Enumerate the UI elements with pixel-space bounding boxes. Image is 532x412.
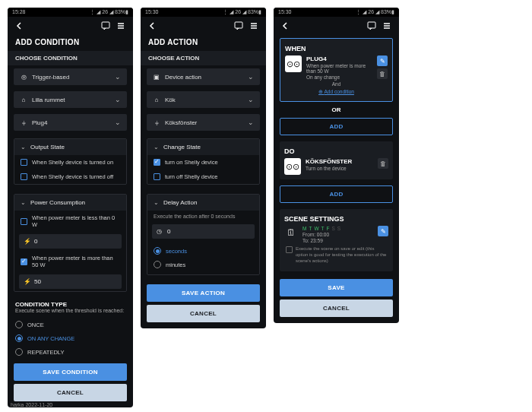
section-subtitle: Execute scene when the threshold is reac… bbox=[15, 308, 125, 313]
device-info: KÖKSFÖNSTER Turn on the device bbox=[306, 158, 373, 171]
chat-icon[interactable] bbox=[101, 21, 110, 30]
add-condition-link[interactable]: ⊕ Add condition bbox=[285, 88, 388, 97]
device-name: PLUG4 bbox=[306, 55, 372, 62]
checkbox[interactable] bbox=[21, 258, 27, 265]
checkbox-row[interactable]: When power meter is more than 50 W bbox=[14, 251, 126, 272]
section-header[interactable]: ⌄Output State bbox=[14, 139, 126, 155]
checkbox[interactable] bbox=[21, 159, 27, 166]
select-trigger-type[interactable]: ◎ Trigger-based ⌄ bbox=[14, 68, 127, 85]
svg-rect-4 bbox=[235, 22, 242, 28]
checkbox-row[interactable]: When Shelly device is turned on bbox=[14, 155, 126, 170]
home-icon: ⌂ bbox=[153, 96, 160, 103]
edit-button[interactable]: ✎ bbox=[377, 55, 388, 66]
cancel-button[interactable]: CANCEL bbox=[280, 299, 393, 317]
execute-note-text: Execute the scene on save or edit (this … bbox=[296, 246, 387, 264]
delay-action-section: ⌄Delay Action Execute the action after 0… bbox=[147, 194, 260, 275]
menu-icon[interactable] bbox=[116, 21, 125, 30]
top-actions bbox=[367, 21, 391, 30]
radio-on-any-change[interactable]: ON ANY CHANGE bbox=[8, 331, 133, 345]
chevron-down-icon: ⌄ bbox=[248, 73, 254, 81]
checkbox[interactable] bbox=[21, 218, 27, 225]
execute-on-save-row[interactable]: Execute the scene on save or edit (this … bbox=[284, 243, 388, 267]
section-header[interactable]: ⌄Delay Action bbox=[147, 195, 259, 211]
chat-icon[interactable] bbox=[367, 21, 376, 30]
delete-button[interactable]: 🗑 bbox=[377, 68, 388, 79]
when-card: WHEN ⊙⊙ PLUG4 When power meter is more t… bbox=[280, 38, 393, 102]
checkbox[interactable] bbox=[154, 173, 160, 180]
section-title: Output State bbox=[30, 144, 65, 151]
status-right: ⋮ ◢ 26 ◢ 83%▮ bbox=[90, 9, 128, 15]
day: T bbox=[309, 226, 312, 231]
bolt-icon: ⚡ bbox=[24, 278, 30, 285]
day: F bbox=[327, 226, 330, 231]
status-bar: 15:30 ⋮ ◢ 26 ◢ 83%▮ bbox=[141, 8, 266, 17]
chevron-down-icon: ⌄ bbox=[115, 119, 121, 126]
checkbox[interactable] bbox=[154, 159, 160, 166]
select-room[interactable]: ⌂ Lilla rummet ⌄ bbox=[14, 91, 127, 108]
delete-button[interactable]: 🗑 bbox=[378, 158, 388, 169]
radio[interactable] bbox=[154, 261, 161, 268]
device-icon: ⊙⊙ bbox=[285, 55, 302, 72]
plug-icon: ⏚ bbox=[20, 119, 27, 126]
footer-caption: harka 2022-11-20 bbox=[9, 399, 54, 410]
section-title: Change State bbox=[163, 144, 201, 151]
radio-minutes[interactable]: minutes bbox=[154, 258, 253, 271]
radio-label: minutes bbox=[166, 261, 185, 268]
section-title: Delay Action bbox=[163, 199, 197, 206]
menu-icon[interactable] bbox=[249, 21, 258, 30]
menu-icon[interactable] bbox=[382, 21, 391, 30]
card-title: DO bbox=[284, 146, 388, 158]
back-icon[interactable] bbox=[15, 22, 23, 30]
checkbox[interactable] bbox=[286, 246, 293, 253]
save-button[interactable]: SAVE bbox=[280, 279, 393, 296]
checkbox-row[interactable]: When power meter is less than 0 W bbox=[14, 211, 126, 232]
time-from: From: 00:00 bbox=[302, 232, 373, 237]
checkbox[interactable] bbox=[21, 173, 27, 180]
and-label: And bbox=[285, 80, 388, 88]
section-header[interactable]: ⌄Power Consumption bbox=[14, 195, 126, 211]
radio-repeatedly[interactable]: REPEATEDLY bbox=[8, 345, 133, 359]
day: S bbox=[337, 226, 340, 231]
power-more-input[interactable]: ⚡50 bbox=[19, 274, 122, 289]
radio-once[interactable]: ONCE bbox=[8, 318, 133, 331]
cube-icon: ▣ bbox=[153, 73, 160, 81]
select-device[interactable]: ⏚ Plug4 ⌄ bbox=[14, 114, 127, 131]
power-less-input[interactable]: ⚡0 bbox=[19, 234, 122, 249]
section-header[interactable]: ⌄Change State bbox=[147, 139, 259, 155]
back-icon[interactable] bbox=[148, 22, 156, 30]
radio[interactable] bbox=[15, 348, 23, 356]
scene-settings-card: SCENE SETTINGS 🗓 M T W T F S S From: 00:… bbox=[280, 209, 393, 271]
edit-schedule-button[interactable]: ✎ bbox=[378, 226, 388, 236]
radio[interactable] bbox=[15, 321, 23, 328]
radio-seconds[interactable]: seconds bbox=[154, 244, 253, 258]
delay-input[interactable]: ◷0 bbox=[152, 224, 255, 239]
save-action-button[interactable]: SAVE ACTION bbox=[147, 284, 260, 302]
section-choose-condition: CHOOSE CONDITION bbox=[8, 51, 133, 65]
select-room[interactable]: ⌂ Kök ⌄ bbox=[147, 91, 260, 108]
checkbox-row[interactable]: turn on Shelly device bbox=[147, 155, 259, 170]
select-device[interactable]: ⏚ Köksfönster ⌄ bbox=[147, 114, 260, 131]
section-title: Power Consumption bbox=[30, 199, 85, 206]
chevron-down-icon: ⌄ bbox=[115, 96, 121, 103]
do-add-button[interactable]: ADD bbox=[280, 185, 393, 203]
chevron-down-icon: ⌄ bbox=[154, 144, 159, 151]
day: M bbox=[302, 226, 306, 231]
chat-icon[interactable] bbox=[234, 21, 243, 30]
radio[interactable] bbox=[154, 247, 161, 255]
checkbox-row[interactable]: turn off Shelly device bbox=[147, 170, 259, 184]
home-icon: ⌂ bbox=[20, 96, 27, 103]
checkbox-row[interactable]: When Shelly device is turned off bbox=[14, 170, 126, 184]
device-icon: ⊙⊙ bbox=[284, 158, 301, 175]
device-info: PLUG4 When power meter is more than 50 W… bbox=[306, 55, 372, 80]
cancel-button[interactable]: CANCEL bbox=[147, 305, 260, 322]
save-condition-button[interactable]: SAVE CONDITION bbox=[14, 363, 127, 381]
section-choose-action: CHOOSE ACTION bbox=[141, 51, 266, 65]
calendar-icon: 🗓 bbox=[284, 226, 298, 239]
radio-label: ONCE bbox=[27, 322, 44, 328]
schedule-row: 🗓 M T W T F S S From: 00:00 To: 23:59 ✎ bbox=[284, 226, 388, 243]
radio[interactable] bbox=[15, 334, 23, 342]
back-icon[interactable] bbox=[281, 22, 289, 30]
when-add-button[interactable]: ADD bbox=[280, 118, 393, 135]
day: W bbox=[314, 226, 318, 231]
select-action-type[interactable]: ▣ Device action ⌄ bbox=[147, 68, 260, 85]
